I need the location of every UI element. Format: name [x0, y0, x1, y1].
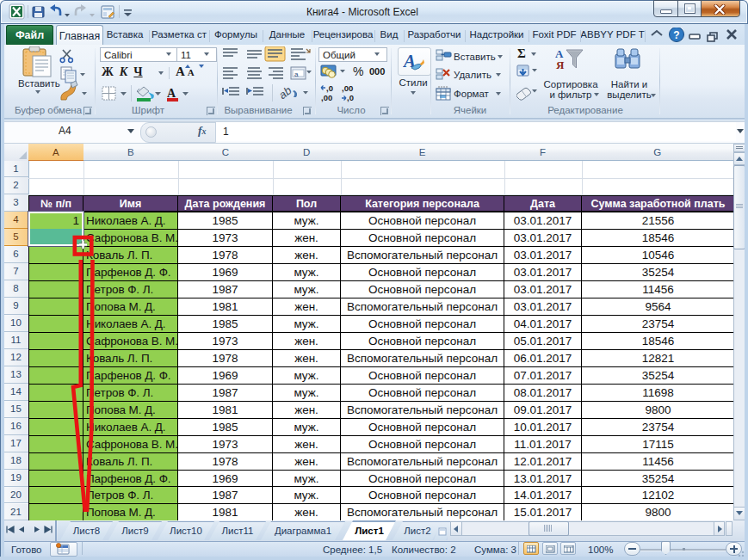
svg-text:000: 000 — [369, 66, 385, 77]
svg-text:%: % — [353, 65, 363, 78]
svg-text:,00: ,00 — [321, 93, 332, 102]
svg-text:,0: ,0 — [326, 83, 333, 93]
svg-text:a: a — [294, 71, 299, 78]
svg-text:ab: ab — [276, 83, 294, 102]
svg-text:Я: Я — [556, 58, 565, 71]
svg-text:?: ? — [673, 29, 679, 41]
svg-text:,0: ,0 — [347, 93, 354, 102]
svg-text:,00: ,00 — [342, 83, 353, 93]
svg-text:А: А — [167, 87, 176, 100]
